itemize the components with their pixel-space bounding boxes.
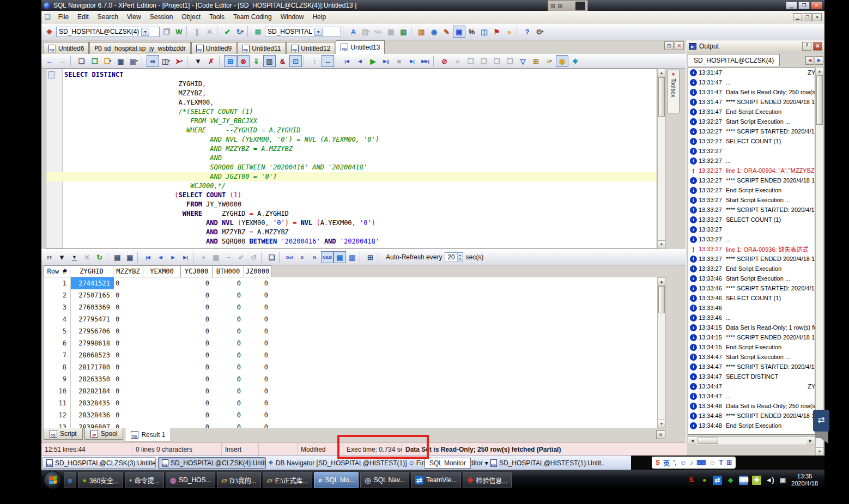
new-file-icon[interactable]: ❏ bbox=[75, 55, 88, 67]
menu-item-help[interactable]: Help bbox=[308, 12, 330, 22]
test-flask-icon[interactable]: ▽ bbox=[517, 55, 529, 67]
first-record-icon[interactable]: |◀ bbox=[341, 55, 353, 67]
pin-icon[interactable]: ╨ bbox=[802, 42, 811, 51]
scroll-down-icon[interactable]: ▼ bbox=[658, 240, 665, 248]
log-entry[interactable]: i13:33:27Start Script Execution ... bbox=[688, 195, 815, 205]
sogou-logo-icon[interactable]: S bbox=[656, 459, 660, 466]
scrollbar-thumb[interactable] bbox=[698, 438, 718, 444]
rollback-icon[interactable]: ↻▾ bbox=[234, 26, 246, 38]
account-icon[interactable]: ☺ bbox=[709, 459, 715, 466]
toolbox-tab[interactable]: ❖ Toolbox bbox=[667, 70, 680, 113]
log-entry[interactable]: i13:32:27SELECT COUNT (1) bbox=[688, 136, 815, 146]
fast-forward-icon[interactable]: »▾ bbox=[543, 55, 555, 67]
more-chevrons-icon[interactable]: » bbox=[503, 26, 516, 38]
tab-list-button[interactable]: ⊡ bbox=[664, 41, 674, 50]
scroll-up-icon[interactable]: ▲ bbox=[658, 69, 665, 77]
web-support-icon[interactable]: W bbox=[173, 26, 185, 38]
scroll-right-icon[interactable]: ▶ bbox=[815, 56, 823, 65]
grid-cell[interactable]: 0 bbox=[114, 337, 144, 349]
grid-cell[interactable]: 0 bbox=[213, 421, 245, 428]
grid-cell[interactable]: 0 bbox=[114, 361, 144, 373]
column-header-mzzybz[interactable]: MZZYBZ bbox=[113, 265, 143, 277]
no-debug-icon[interactable]: ⊘ bbox=[438, 55, 451, 67]
mdi-close-button[interactable]: ✕ bbox=[812, 13, 822, 21]
dropdown-arrow-icon[interactable]: ▾ bbox=[542, 29, 544, 34]
grid-cell[interactable]: 0 bbox=[181, 289, 213, 301]
tray-network-icon[interactable]: ▣ bbox=[778, 476, 787, 485]
scroll-up-icon[interactable]: ▲ bbox=[658, 278, 665, 286]
tray-sogou-icon[interactable]: S bbox=[687, 476, 696, 485]
table-row[interactable]: 2275071650000 bbox=[44, 289, 657, 301]
grid-cell[interactable]: 0 bbox=[245, 421, 272, 428]
menu-item-window[interactable]: Window bbox=[276, 12, 308, 22]
time-only-icon[interactable]: N bbox=[308, 251, 321, 263]
lang-english-icon[interactable]: 英 bbox=[663, 458, 670, 467]
grid-cell[interactable]: 0 bbox=[181, 325, 213, 337]
date-default-icon[interactable]: Def bbox=[283, 251, 296, 263]
chevron-down-icon[interactable]: ▼ bbox=[314, 28, 323, 36]
execute-to-cursor-icon[interactable]: ➤▾ bbox=[173, 55, 185, 67]
menu-item-tools[interactable]: Tools bbox=[205, 12, 229, 22]
copy-to-editor-icon[interactable]: ↑ bbox=[308, 55, 321, 67]
spin-down-icon[interactable]: ▼ bbox=[458, 257, 463, 261]
grid-cell[interactable]: 0 bbox=[181, 397, 213, 409]
grid-cell[interactable]: 0 bbox=[181, 301, 213, 313]
code-line[interactable]: SELECT DISTINCT bbox=[64, 70, 657, 80]
dropdown-arrow-icon[interactable]: ▾ bbox=[242, 29, 244, 34]
code-line[interactable]: SQRQ00 BETWEEN '20200416' AND '20200418' bbox=[64, 163, 657, 172]
connect-session-icon[interactable]: ❖ bbox=[43, 26, 56, 38]
taskbar-clock[interactable]: 13:35 2020/4/18 bbox=[791, 473, 818, 487]
table-row[interactable]: 13283968070000 bbox=[44, 421, 657, 428]
grid-cell[interactable]: 0 bbox=[181, 409, 213, 421]
grid-cell[interactable]: 27441521 bbox=[71, 277, 114, 289]
grid-cell[interactable]: 0 bbox=[181, 313, 213, 325]
next-record-icon[interactable]: ▶| bbox=[406, 55, 419, 67]
grid-cell[interactable]: 27507165 bbox=[71, 289, 114, 301]
find-toggle-icon[interactable]: ab bbox=[147, 55, 159, 67]
code-line[interactable]: A.YEXM00, bbox=[64, 98, 657, 107]
column-header-jz0000[interactable]: JZ0000 bbox=[244, 265, 271, 277]
taskbar-360[interactable]: ●360安全... bbox=[78, 472, 123, 488]
grid-cell[interactable]: 0 bbox=[114, 409, 144, 421]
settings-icon[interactable]: ⚙▾ bbox=[533, 26, 546, 38]
code-line[interactable]: WCJ000,*/ bbox=[64, 181, 657, 191]
scroll-left-icon[interactable]: ◀ bbox=[805, 56, 814, 65]
taskbar-jianyan[interactable]: ✚检验信息... bbox=[463, 472, 512, 488]
grid-cell[interactable] bbox=[144, 337, 181, 349]
log-entry[interactable]: !13:32:27line 1: ORA-00904: "A"."MZZYBZ bbox=[688, 166, 815, 175]
log-entry[interactable]: i13:33:27... bbox=[688, 234, 815, 244]
grid-vertical-scrollbar[interactable]: ▲ ▼ bbox=[657, 277, 666, 428]
grid-cell[interactable]: 0 bbox=[213, 361, 245, 373]
grid-cell[interactable]: 0 bbox=[181, 385, 213, 397]
grid-cell[interactable]: 0 bbox=[213, 301, 245, 313]
table-row[interactable]: 11283284350000 bbox=[44, 397, 657, 409]
export-table-icon[interactable]: ▧ bbox=[397, 26, 410, 38]
tray-shield-icon[interactable]: ◆ bbox=[726, 476, 735, 485]
table-row[interactable]: 8281717800000 bbox=[44, 361, 657, 373]
log-entry[interactable]: !13:33:27line 1: ORA-00936: 缺失表达式 bbox=[688, 244, 815, 254]
code-line[interactable]: FROM JY_YW0000 bbox=[64, 200, 657, 209]
grid-cell[interactable]: 0 bbox=[114, 421, 144, 428]
dropdown-arrow-icon[interactable]: ▾ bbox=[181, 59, 183, 63]
log-entry[interactable]: i13:33:46FROM VW_JY_I bbox=[688, 303, 815, 313]
grid-cell[interactable]: 27795471 bbox=[71, 313, 114, 325]
auto-refresh-spinner[interactable]: 20 ▲▼ bbox=[445, 252, 463, 262]
save-as-icon[interactable]: ▣▾ bbox=[128, 55, 140, 67]
grid-cell[interactable] bbox=[144, 397, 181, 409]
tray-360-icon[interactable]: ● bbox=[700, 476, 709, 485]
grid-cell[interactable]: 28282184 bbox=[71, 385, 114, 397]
code-line[interactable]: /*(SELECT COUNT (1) bbox=[64, 107, 657, 117]
grid-cell[interactable]: 28068523 bbox=[71, 349, 114, 361]
grid-cell[interactable]: 0 bbox=[245, 277, 272, 289]
log-entry[interactable]: i13:33:27**** SCRIPT ENDED 2020/4/18 1 bbox=[688, 254, 815, 264]
grid-layout-icon[interactable]: ▤ bbox=[333, 251, 346, 263]
toolbox-grid-icon[interactable]: ⊞ bbox=[726, 459, 732, 466]
output-horizontal-scrollbar[interactable]: ◀ ▶ bbox=[688, 436, 815, 445]
taskbar-ie[interactable]: e bbox=[64, 472, 76, 488]
table-row[interactable]: 6279986180000 bbox=[44, 337, 657, 349]
table-row[interactable]: 9282633500000 bbox=[44, 373, 657, 385]
step-icon[interactable]: ▶|| bbox=[380, 55, 392, 67]
column-header-bth000[interactable]: BTH000 bbox=[213, 265, 244, 277]
tray-teamviewer-icon[interactable]: ⇄ bbox=[713, 476, 722, 485]
log-entry[interactable]: i13:33:46SELECT COUNT (1) bbox=[688, 293, 815, 303]
